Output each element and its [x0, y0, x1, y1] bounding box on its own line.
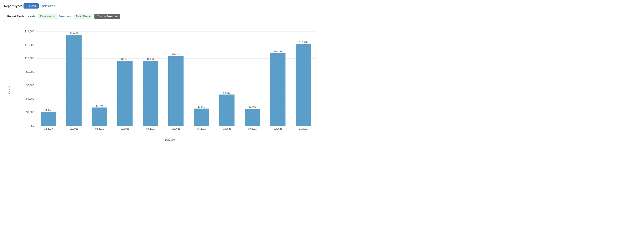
report-type-label: Report Type: [4, 4, 22, 8]
column-button[interactable]: Column [24, 3, 39, 9]
bar-value-label: $2,499 [249, 106, 256, 108]
svg-text:$0: $0 [31, 124, 34, 127]
x-tick-label: 11/2021 [299, 127, 308, 130]
deal-size-dropdown[interactable]: Deal Size ▾ [74, 14, 92, 19]
y-axis-title: Deal Size [8, 83, 11, 94]
bar-value-label: $12,126 [299, 41, 308, 43]
chart-area: Deal Size $0$2,000$4,000$6,000$8,000$10,… [4, 25, 320, 152]
chart-svg-container: $0$2,000$4,000$6,000$8,000$10,000$12,000… [21, 25, 320, 137]
measures-label: Measures: [59, 15, 72, 18]
chevron-down-icon: ▾ [88, 15, 90, 18]
page-container: Report Type: Column Customize ▾ Report F… [0, 0, 324, 155]
bar-value-label: $13,421 [70, 32, 78, 35]
x-tick-label: 04/2021 [146, 127, 155, 130]
bar[interactable] [143, 61, 158, 126]
x-axis-label: X Axis: [28, 15, 36, 18]
report-type-row: Report Type: Column Customize ▾ [4, 3, 320, 9]
svg-text:$4,000: $4,000 [26, 97, 34, 100]
bar-value-label: $2,705 [96, 104, 103, 107]
bar[interactable] [219, 95, 234, 126]
svg-text:$14,000: $14,000 [25, 30, 34, 33]
bar-value-label: $9,648 [147, 58, 154, 60]
bar-value-label: $2,550 [198, 105, 205, 108]
choose-measure-button[interactable]: Choose Measure [94, 14, 120, 19]
chevron-down-icon: ▾ [54, 4, 56, 8]
bar[interactable] [168, 56, 184, 126]
bar[interactable] [117, 61, 132, 126]
bar-chart: $0$2,000$4,000$6,000$8,000$10,000$12,000… [21, 25, 320, 136]
x-tick-label: 01/2021 [70, 127, 78, 130]
bar-value-label: $10,314 [172, 53, 180, 56]
svg-text:$2,000: $2,000 [26, 111, 34, 114]
bar[interactable] [41, 112, 56, 126]
svg-text:$12,000: $12,000 [25, 44, 34, 47]
x-tick-label: 12/2020 [44, 127, 53, 130]
x-tick-label: 02/2021 [95, 127, 104, 130]
x-tick-label: 09/2021 [248, 127, 257, 130]
bar-value-label: $9,627 [121, 58, 128, 60]
svg-text:$6,000: $6,000 [26, 84, 34, 87]
report-fields-bar: Report Fields: X Axis: Date Won ▾ Measur… [4, 12, 320, 21]
bar[interactable] [92, 108, 107, 126]
bar-value-label: $4,632 [223, 91, 230, 94]
svg-text:$10,000: $10,000 [25, 57, 34, 60]
bar[interactable] [194, 109, 209, 126]
x-tick-label: 06/2021 [197, 127, 206, 130]
x-tick-label: 10/2021 [274, 127, 282, 130]
bar-value-label: $2,055 [45, 109, 52, 111]
x-tick-label: 05/2021 [172, 127, 180, 130]
customize-button[interactable]: Customize ▾ [40, 4, 55, 8]
bar[interactable] [244, 109, 260, 126]
bar[interactable] [296, 44, 311, 126]
x-tick-label: 07/2021 [222, 127, 231, 130]
bar[interactable] [66, 36, 82, 126]
x-tick-label: 03/2021 [121, 127, 129, 130]
chevron-down-icon: ▾ [53, 15, 55, 18]
report-fields-label: Report Fields: [7, 15, 26, 18]
svg-text:$8,000: $8,000 [26, 70, 34, 73]
bar-value-label: $10,752 [274, 50, 282, 53]
x-axis-title: Date Won [21, 138, 320, 141]
bar[interactable] [270, 53, 286, 126]
date-won-dropdown[interactable]: Date Won ▾ [38, 14, 57, 19]
